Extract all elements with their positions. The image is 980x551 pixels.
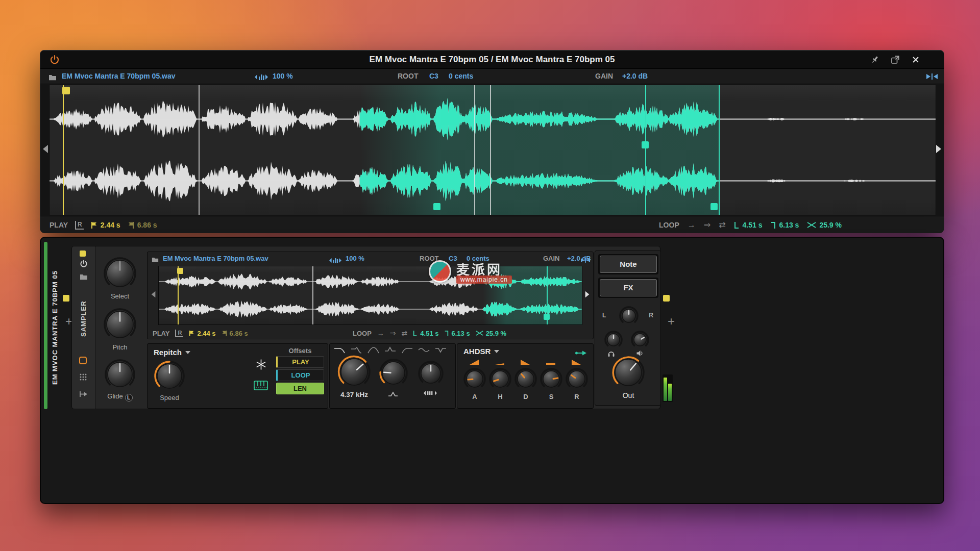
loop-mode-off-icon[interactable]: → [688, 221, 696, 229]
release-knob[interactable] [565, 367, 589, 391]
offset-len-button[interactable]: LEN [276, 383, 324, 394]
scroll-right-button[interactable] [584, 291, 590, 300]
mini-sample-panel: EM Mvoc Mantra E 70bpm 05.wav 100 % ROOT… [147, 252, 594, 339]
stretch-mode-icon[interactable] [255, 73, 268, 82]
loop-handle[interactable] [642, 141, 649, 148]
play-start-control[interactable]: 2.44 s [189, 330, 215, 337]
stretch-mode-icon[interactable] [329, 256, 341, 265]
meter-bar-right [668, 384, 672, 401]
device-name-vertical[interactable]: SAMPLER [72, 283, 95, 355]
close-button[interactable] [911, 55, 921, 67]
waveform-display[interactable] [49, 85, 936, 215]
loop-start-control[interactable]: 4.51 s [734, 221, 763, 229]
loop-crossfade-control[interactable]: 25.9 % [807, 221, 842, 229]
glide-knob[interactable] [104, 359, 136, 390]
add-device-right-button[interactable]: + [665, 314, 678, 329]
attack-knob[interactable] [463, 367, 486, 391]
envelope-type-dropdown[interactable]: AHDSR [463, 347, 499, 356]
sample-file-name[interactable]: EM Mvoc Mantra E 70bpm 05.wav [62, 72, 176, 80]
popout-button[interactable] [890, 55, 900, 67]
loop-length-control[interactable]: 6.13 s [444, 330, 470, 337]
play-start-marker-handle[interactable] [62, 87, 70, 94]
play-start-marker-line[interactable] [178, 266, 179, 324]
drag-handle-left[interactable] [63, 295, 69, 302]
modulators-grid-button[interactable] [79, 373, 87, 383]
spread-knob[interactable] [604, 330, 623, 349]
loop-start-control[interactable]: 4.51 s [413, 330, 438, 337]
sustain-knob[interactable] [540, 367, 563, 391]
play-start-marker-line[interactable] [63, 85, 64, 215]
filter-res-knob[interactable] [379, 358, 408, 388]
pan-knob[interactable] [619, 306, 639, 326]
filter-type-lowpass-res-icon[interactable] [351, 346, 363, 354]
pitch-knob[interactable] [103, 308, 137, 341]
remote-controls-icon[interactable] [79, 357, 87, 364]
knob-face [104, 359, 136, 390]
filter-freq-knob[interactable] [337, 355, 371, 389]
stretch-value[interactable]: 100 % [346, 255, 364, 262]
mini-waveform-display[interactable] [158, 266, 582, 325]
play-end-control[interactable]: 6.86 s [222, 330, 248, 337]
root-note-value[interactable]: C3 [429, 72, 438, 80]
pin-button[interactable] [870, 55, 880, 67]
hold-knob[interactable] [488, 367, 512, 391]
select-knob[interactable] [103, 257, 137, 290]
preset-browser-button[interactable] [80, 273, 88, 282]
device-power-toggle[interactable] [80, 260, 88, 270]
offset-play-button[interactable]: PLAY [276, 356, 324, 368]
loop-handle[interactable] [544, 314, 550, 320]
scroll-left-button[interactable] [151, 291, 156, 300]
folder-icon[interactable] [152, 256, 159, 265]
filter-type-bandpass-icon[interactable] [368, 346, 380, 354]
sample-file-name[interactable]: EM Mvoc Mantra E 70bpm 05.wav [163, 255, 268, 262]
velocity-knob[interactable] [630, 330, 650, 349]
zoom-fit-icon[interactable] [581, 256, 590, 265]
decay-knob[interactable] [514, 367, 537, 391]
playback-mode-dropdown[interactable]: Repitch [154, 348, 190, 357]
filter-type-peak-icon[interactable] [384, 346, 397, 354]
scroll-left-button[interactable] [42, 144, 49, 156]
stretch-value[interactable]: 100 % [273, 72, 293, 80]
root-note-value[interactable]: C3 [449, 255, 457, 262]
freeze-button[interactable] [256, 359, 266, 372]
filter-type-notch-icon[interactable] [435, 346, 447, 354]
device-drag-handle[interactable] [80, 251, 86, 257]
loop-mode-off-icon[interactable]: → [377, 330, 384, 337]
loop-mode-pingpong-icon[interactable]: ⇄ [719, 221, 725, 229]
knob-face [619, 306, 639, 326]
root-cents-value[interactable]: 0 cents [449, 72, 473, 80]
root-cents-value[interactable]: 0 cents [467, 255, 489, 262]
zoom-fit-icon[interactable] [926, 73, 938, 82]
note-expand-button[interactable]: Note [598, 254, 658, 274]
loop-mode-fwd-icon[interactable]: ⇒ [390, 330, 396, 337]
filter-keytrack-knob[interactable] [418, 360, 444, 387]
play-start-marker-handle[interactable] [177, 268, 183, 274]
play-mode-icon[interactable]: R [175, 330, 183, 337]
filter-type-lowpass-icon[interactable] [334, 346, 346, 354]
loop-handle[interactable] [433, 203, 440, 210]
keyboard-track-button[interactable] [254, 381, 268, 392]
loop-length-control[interactable]: 6.13 s [770, 221, 799, 229]
play-mode-icon[interactable]: R [75, 221, 84, 230]
glide-sync-badge[interactable]: L [125, 394, 133, 402]
out-knob[interactable] [611, 356, 645, 389]
speed-knob[interactable] [154, 360, 185, 392]
offset-loop-button[interactable]: LOOP [276, 369, 324, 381]
loop-handle[interactable] [710, 203, 718, 210]
gain-value[interactable]: +2.0 dB [622, 72, 648, 80]
fx-expand-button[interactable]: FX [598, 278, 658, 298]
drag-handle-right[interactable] [663, 295, 670, 302]
play-end-control[interactable]: 6.86 s [128, 221, 157, 229]
loop-mode-fwd-icon[interactable]: ⇒ [704, 221, 710, 229]
scroll-right-button[interactable] [935, 144, 942, 156]
filter-freq-value[interactable]: 4.37 kHz [336, 391, 373, 398]
filter-type-highpass-icon[interactable] [401, 346, 413, 354]
loop-mode-pingpong-icon[interactable]: ⇄ [402, 330, 408, 337]
expand-device-button[interactable] [79, 390, 88, 400]
filter-type-shelf-icon[interactable] [418, 346, 430, 354]
loop-crossfade-control[interactable]: 25.9 % [476, 330, 506, 337]
folder-icon[interactable] [48, 73, 57, 83]
envelope-mod-source[interactable] [575, 349, 587, 358]
knob-face [379, 358, 408, 388]
play-start-control[interactable]: 2.44 s [91, 221, 120, 229]
